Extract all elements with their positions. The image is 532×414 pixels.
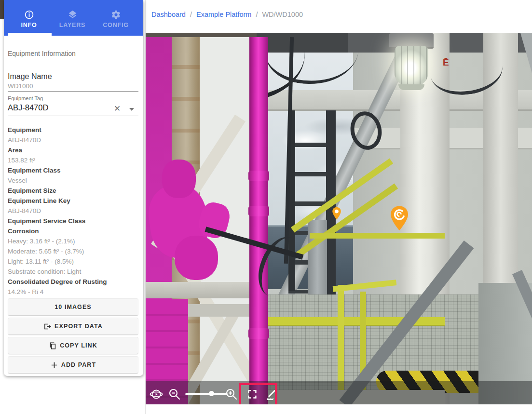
detail-line: Moderate: 5.65 ft² - (3.7%) bbox=[8, 246, 139, 256]
add-part-button-label: ADD PART bbox=[61, 361, 96, 368]
equipment-tag-label: Equipment Tag bbox=[8, 95, 43, 101]
export-icon bbox=[43, 322, 52, 331]
detail-line: Corrosion bbox=[8, 226, 139, 236]
field-underline bbox=[8, 116, 138, 116]
tab-config[interactable]: CONFIG bbox=[94, 0, 137, 36]
detail-line: Equipment Size bbox=[8, 186, 139, 196]
info-icon bbox=[24, 10, 34, 20]
panel-actions: 10 IMAGES EXPORT DATA COPY LINK ADD PART bbox=[8, 298, 138, 374]
view-360-icon bbox=[150, 388, 163, 401]
detail-line: Substrate condition: Light bbox=[8, 267, 139, 277]
photo-yellow-rail bbox=[310, 233, 445, 239]
equipment-tag-select[interactable]: ABJ-8470D bbox=[8, 103, 48, 112]
copy-link-button[interactable]: COPY LINK bbox=[8, 337, 138, 354]
corrosion-overlay-pipe bbox=[249, 37, 268, 404]
detail-line: Heavy: 3.16 ft² - (2.1%) bbox=[8, 236, 139, 246]
corrosion-overlay-equipment bbox=[175, 236, 218, 280]
view-360-button[interactable] bbox=[150, 388, 163, 401]
fullscreen-highlight-box bbox=[239, 383, 277, 404]
pin-360-icon bbox=[388, 205, 410, 231]
detail-line: 153.82 ft² bbox=[8, 155, 139, 165]
pin-icon bbox=[332, 207, 341, 220]
image-360-pin-marker[interactable] bbox=[388, 205, 410, 230]
zoom-out-icon bbox=[168, 388, 181, 401]
copy-icon bbox=[49, 342, 57, 350]
corrosion-overlay-pipe-coupling bbox=[248, 328, 269, 339]
tab-config-label: CONFIG bbox=[103, 22, 128, 28]
photo-wall-marking: Ē bbox=[443, 57, 449, 68]
map-pin-marker[interactable] bbox=[332, 207, 341, 220]
breadcrumb-separator: / bbox=[256, 11, 258, 18]
photo-beam bbox=[146, 282, 258, 298]
info-sidebar-panel: INFO LAYERS CONFIG Equipment Information… bbox=[4, 0, 143, 376]
detail-line: Equipment Line Key bbox=[8, 196, 139, 206]
images-button[interactable]: 10 IMAGES bbox=[8, 298, 138, 316]
copy-link-button-label: COPY LINK bbox=[60, 342, 97, 349]
add-part-button[interactable]: ADD PART bbox=[8, 356, 138, 374]
detail-line: Equipment bbox=[8, 125, 139, 135]
detail-line: ABJ-8470D bbox=[8, 135, 139, 145]
detail-line: Equipment Class bbox=[8, 165, 139, 175]
image-name-value: WD1000 bbox=[8, 82, 33, 90]
zoom-in-icon bbox=[225, 388, 238, 401]
tab-info[interactable]: INFO bbox=[7, 0, 51, 36]
plus-icon bbox=[50, 361, 58, 369]
gear-icon bbox=[111, 10, 121, 20]
breadcrumb-current-image: WD/WD1000 bbox=[262, 11, 303, 18]
detail-line: Equipment Service Class bbox=[8, 216, 139, 226]
corrosion-overlay-pipe-coupling bbox=[248, 171, 269, 181]
zoom-slider-track[interactable] bbox=[185, 393, 228, 395]
layers-icon bbox=[68, 10, 78, 20]
detail-line: ABJ-8470D bbox=[8, 206, 139, 216]
section-title: Equipment Information bbox=[8, 50, 76, 57]
tab-layers-label: LAYERS bbox=[59, 22, 85, 28]
zoom-slider-handle[interactable] bbox=[209, 391, 214, 396]
detail-line: Consolidated Degree of Rusting bbox=[8, 277, 139, 287]
clear-icon[interactable]: ✕ bbox=[114, 104, 121, 114]
export-button-label: EXPORT DATA bbox=[55, 323, 103, 330]
tab-layers[interactable]: LAYERS bbox=[51, 0, 94, 36]
chevron-down-icon[interactable] bbox=[129, 108, 134, 111]
breadcrumb-platform[interactable]: Example Platform bbox=[196, 11, 251, 18]
viewer-photo[interactable]: Ē bbox=[146, 33, 532, 404]
photo-lamp bbox=[395, 46, 428, 86]
equipment-details-list: Equipment ABJ-8470D Area 153.82 ft² Equi… bbox=[8, 125, 139, 297]
breadcrumb-dashboard[interactable]: Dashboard bbox=[151, 11, 186, 18]
detail-line: Vessel bbox=[8, 175, 139, 186]
corrosion-overlay-equipment bbox=[162, 160, 196, 198]
sidebar-tab-bar: INFO LAYERS CONFIG bbox=[4, 0, 143, 36]
images-button-label: 10 IMAGES bbox=[55, 304, 92, 310]
app-window: Dashboard / Example Platform / WD/WD1000… bbox=[0, 0, 532, 414]
export-data-button[interactable]: EXPORT DATA bbox=[8, 318, 138, 335]
zoom-in-button[interactable] bbox=[225, 388, 238, 401]
tab-info-label: INFO bbox=[21, 22, 37, 28]
field-underline bbox=[8, 91, 138, 92]
image-name-label: Image Name bbox=[8, 72, 52, 81]
corrosion-overlay-pipe-coupling bbox=[248, 206, 269, 216]
page-edge-decoration bbox=[0, 0, 4, 19]
zoom-out-button[interactable] bbox=[168, 388, 181, 401]
breadcrumb: Dashboard / Example Platform / WD/WD1000 bbox=[151, 11, 303, 18]
photo-lamp-cap bbox=[398, 84, 424, 90]
viewer-toolbar bbox=[146, 381, 532, 404]
detail-line: Area bbox=[8, 145, 139, 155]
breadcrumb-separator: / bbox=[190, 11, 192, 18]
detail-line: Light: 13.11 ft² - (8.5%) bbox=[8, 256, 139, 267]
active-tab-indicator bbox=[8, 33, 52, 36]
detail-line: 14.2% - Ri 4 bbox=[8, 287, 139, 297]
